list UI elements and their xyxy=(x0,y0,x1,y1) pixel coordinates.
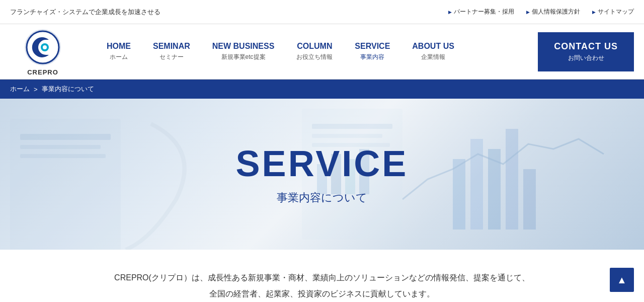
svg-rect-7 xyxy=(20,154,106,158)
top-links: パートナー募集・採用 個人情報保護方針 サイトマップ xyxy=(448,8,634,16)
logo[interactable]: CREPRO xyxy=(10,27,75,76)
svg-rect-15 xyxy=(312,134,382,138)
hero-subtitle: 事業内容について xyxy=(236,190,409,205)
privacy-link[interactable]: 個人情報保護方針 xyxy=(526,8,580,16)
contact-button-en: CONTACT US xyxy=(554,41,618,52)
svg-rect-14 xyxy=(312,124,392,129)
nav-about-us-en: ABOUT US xyxy=(412,42,454,51)
body-section: CREPRO(クリプロ）は、成長性ある新規事業・商材、業績向上のソリューションな… xyxy=(0,250,644,302)
nav-seminar[interactable]: SEMINAR セミナー xyxy=(142,42,201,61)
svg-rect-8 xyxy=(453,159,465,230)
svg-rect-9 xyxy=(470,139,483,230)
body-text-line1: CREPRO(クリプロ）は、成長性ある新規事業・商材、業績向上のソリューションな… xyxy=(114,273,530,282)
nav-seminar-en: SEMINAR xyxy=(153,42,190,51)
sitemap-link[interactable]: サイトマップ xyxy=(592,8,634,16)
breadcrumb-home[interactable]: ホーム xyxy=(10,85,30,94)
hero-title: SERVICE xyxy=(236,143,409,184)
breadcrumb: ホーム > 事業内容について xyxy=(0,80,644,99)
body-text: CREPRO(クリプロ）は、成長性ある新規事業・商材、業績向上のソリューションな… xyxy=(40,270,604,302)
logo-icon xyxy=(23,27,63,67)
nav-service-ja: 事業内容 xyxy=(360,53,384,61)
contact-button-ja: お問い合わせ xyxy=(554,54,618,62)
nav-service-en: SERVICE xyxy=(355,42,390,51)
nav-column-en: COLUMN xyxy=(297,42,332,51)
svg-point-3 xyxy=(43,45,47,49)
tagline: フランチャイズ・システムで企業成長を加速させる xyxy=(10,8,160,17)
svg-rect-6 xyxy=(20,145,101,149)
scroll-top-button[interactable]: ▲ xyxy=(610,268,634,292)
partner-link[interactable]: パートナー募集・採用 xyxy=(448,8,514,16)
nav-new-business-en: NEW BUSINESS xyxy=(212,42,275,51)
nav-seminar-ja: セミナー xyxy=(159,53,184,61)
svg-rect-12 xyxy=(523,169,536,230)
breadcrumb-separator: > xyxy=(34,86,38,93)
svg-rect-11 xyxy=(506,129,518,230)
logo-text: CREPRO xyxy=(27,68,58,76)
hero-section: SERVICE 事業内容について xyxy=(0,99,644,250)
contact-button[interactable]: CONTACT US お問い合わせ xyxy=(538,32,634,71)
nav-column[interactable]: COLUMN お役立ち情報 xyxy=(285,42,344,61)
svg-rect-5 xyxy=(20,134,111,140)
nav-new-business-ja: 新規事業etc提案 xyxy=(221,53,266,61)
breadcrumb-current: 事業内容について xyxy=(42,85,94,94)
header: CREPRO HOME ホーム SEMINAR セミナー NEW BUSINES… xyxy=(0,24,644,80)
nav-home-en: HOME xyxy=(107,42,131,51)
body-text-line2: 全国の経営者、起業家、投資家のビジネスに貢献しています。 xyxy=(209,289,435,298)
nav-service[interactable]: SERVICE 事業内容 xyxy=(344,42,401,61)
nav-new-business[interactable]: NEW BUSINESS 新規事業etc提案 xyxy=(201,42,286,61)
nav-home-ja: ホーム xyxy=(110,53,128,61)
top-bar: フランチャイズ・システムで企業成長を加速させる パートナー募集・採用 個人情報保… xyxy=(0,0,644,24)
nav-about-us-ja: 企業情報 xyxy=(421,53,445,61)
nav-column-ja: お役立ち情報 xyxy=(296,53,333,61)
hero-content: SERVICE 事業内容について xyxy=(236,143,409,205)
nav-home[interactable]: HOME ホーム xyxy=(96,42,142,61)
main-nav: HOME ホーム SEMINAR セミナー NEW BUSINESS 新規事業e… xyxy=(96,42,538,61)
nav-about-us[interactable]: ABOUT US 企業情報 xyxy=(401,42,465,61)
